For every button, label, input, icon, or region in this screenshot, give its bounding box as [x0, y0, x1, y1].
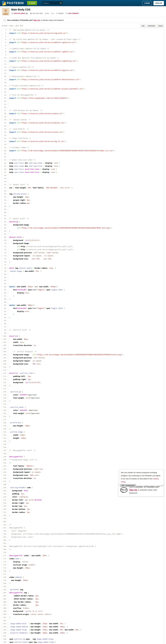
code-text: [8, 103, 10, 106]
code-text: [8, 322, 10, 325]
code-line: 16./* Determination Webfont Kit */: [2, 75, 164, 78]
line-number: 9.: [2, 53, 8, 56]
code-line: 112.#userlist .userlist_item {: [2, 372, 164, 375]
code-line: 123..userlist_owner {: [2, 406, 164, 409]
dislike-button[interactable]: 0: [20, 25, 23, 27]
cookie-ok-button[interactable]: OK, I Understand: [120, 484, 136, 487]
line-number: 63.: [2, 220, 8, 223]
line-number: 120.: [2, 396, 8, 400]
pastebin-logo-icon: [2, 1, 6, 6]
code-text: div#chatheader span[id$="Toggle"] span.t…: [8, 288, 65, 291]
banner-bold-text: Not a member of Pastebin yet?: [7, 19, 33, 21]
code-text: #motd img.channel-emote { border-radius:…: [8, 266, 56, 270]
code-text: .userlist_op {: [8, 390, 23, 393]
code-line: 167.: [2, 542, 164, 545]
code-text: }: [8, 384, 10, 387]
code-text: /* Anim Effects */: [8, 128, 29, 130]
line-number: 12.: [2, 62, 8, 66]
code-line: 91. div#chatheader span[id$="Toggle"] sp…: [2, 307, 164, 310]
line-number: 142.: [2, 464, 8, 468]
line-number: 138.: [2, 452, 8, 455]
code-text: [8, 44, 10, 47]
code-line: 10./* Eight Bit Operator Plus Webfont Ki…: [2, 56, 164, 60]
line-number: 115.: [2, 381, 8, 384]
code-line: 157. border-radius: 2px;: [2, 511, 164, 514]
line-number: 168.: [2, 545, 8, 548]
code-line: 55. max-height: 22px;: [2, 196, 164, 198]
line-number: 75.: [2, 257, 8, 260]
login-button[interactable]: LOGIN: [142, 1, 152, 5]
search-icon[interactable]: [60, 2, 62, 4]
code-text: [8, 325, 10, 328]
line-number: 92.: [2, 310, 8, 313]
code-text: */: [8, 548, 11, 551]
report-button[interactable]: report: [157, 24, 164, 27]
add-comment-link[interactable]: ADD COMMENT: [68, 12, 79, 14]
raw-button[interactable]: raw: [140, 24, 146, 27]
code-line: 88.}: [2, 298, 164, 300]
code-text: transition-duration: 1s;: [8, 344, 37, 347]
separator: [13, 25, 16, 27]
toast-signup-link[interactable]: Sign Up: [129, 489, 137, 491]
code-text: #userlist .userlist_item {: [8, 372, 35, 375]
code-text: @import url("https://resources.pink.hors…: [8, 78, 81, 81]
pastebin-logo[interactable]: PASTEBIN: [2, 1, 24, 5]
line-number: 46.: [2, 168, 8, 171]
code-line: 134.}: [2, 440, 164, 443]
code-line: 2.@import url("https://resources.pink.ho…: [2, 32, 164, 35]
code-line: 183.#messagebuffer img {: [2, 591, 164, 594]
author-link[interactable]: MASTERLUMINA: [14, 12, 25, 14]
signup-button[interactable]: SIGN UP: [153, 1, 164, 5]
line-number: 103.: [2, 344, 8, 347]
code-line: 80.: [2, 273, 164, 276]
code-line: 185. -khtml-border-radius: 8px;: [2, 597, 164, 600]
line-number: 81.: [2, 276, 8, 279]
banner-signup-link[interactable]: Sign Up: [33, 19, 40, 21]
code-line: 24.: [2, 100, 164, 103]
code-text: border-radius:4px;: [8, 202, 31, 205]
user-icon: [11, 12, 13, 14]
line-number: 97.: [2, 325, 8, 328]
code-line: 37.@import url("https://resources.pink.h…: [2, 140, 164, 143]
paste-date: JUL 21ST, 2019: [32, 12, 43, 14]
line-number: 137.: [2, 449, 8, 452]
code-line: 170.: [2, 551, 164, 554]
line-number: 68.: [2, 236, 8, 239]
line-number: 38.: [2, 143, 8, 146]
line-number: 140.: [2, 458, 8, 461]
code-line: 159.: [2, 517, 164, 520]
code-line: 137./* Messagebuffer stuff */: [2, 449, 164, 452]
code-line: 42.: [2, 155, 164, 158]
code-text: video.webmote {: [8, 576, 24, 579]
search-input[interactable]: [42, 1, 63, 5]
code-line: 169.*/: [2, 548, 164, 551]
line-number: 144.: [2, 471, 8, 474]
code-text: @import url("https://resources.pink.hors…: [8, 121, 67, 124]
like-button[interactable]: 0: [16, 25, 19, 27]
code-line: 14.@import url("https://resources.pink.h…: [2, 69, 164, 72]
auth-buttons: LOGIN SIGN UP: [142, 1, 164, 5]
code-text: min-width: 96px;: [8, 338, 29, 341]
code-text: padding: 1px;: [8, 492, 25, 495]
code-text: [8, 143, 10, 146]
code-text: transform-origin: center center inherit;: [8, 613, 52, 616]
code-line: 119. color: #3399FF!important;: [2, 393, 164, 396]
code-line: 171.#messagebuffer video { max-width: 10…: [2, 554, 164, 557]
line-number: 180.: [2, 582, 8, 585]
download-button[interactable]: download: [147, 24, 156, 27]
line-number: 157.: [2, 511, 8, 514]
code-line: 64. background-image:: [2, 223, 164, 226]
code-text: }: [8, 570, 10, 573]
code-line: 67.: [2, 232, 164, 236]
code-text: @import url("https://resources.pink.hors…: [8, 60, 78, 62]
dislike-count: 0: [22, 25, 23, 27]
new-paste-button[interactable]: + paste: [27, 1, 37, 5]
line-number: 93.: [2, 313, 8, 316]
code-line: 198.span.userlist_op~span img.image-embe…: [2, 638, 164, 641]
line-number: 196.: [2, 632, 8, 634]
message-icon[interactable]: [26, 13, 28, 14]
code-text: nav { font-weight: 900; font-family: 'VA…: [8, 186, 72, 189]
code-line: 71. url(http://resources.pink.horse/imag…: [2, 245, 164, 248]
line-number: 29.: [2, 115, 8, 118]
code-text: [8, 387, 10, 390]
